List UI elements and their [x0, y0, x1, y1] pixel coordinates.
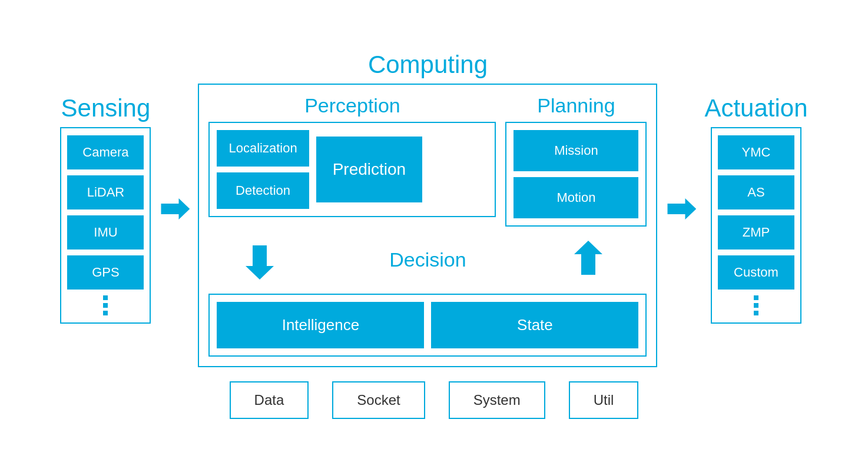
bottom-socket: Socket — [332, 381, 425, 419]
perception-left: Localization Detection — [217, 130, 309, 209]
sensing-column: Camera LiDAR IMU GPS — [60, 127, 151, 324]
dot-1 — [103, 295, 108, 300]
sensor-imu: IMU — [67, 215, 144, 250]
state-box: State — [431, 302, 638, 348]
sensor-lidar: LiDAR — [67, 175, 144, 209]
svg-marker-0 — [161, 198, 190, 219]
computing-section: Computing Perception Localization Detect… — [198, 51, 657, 367]
actuator-ymc: YMC — [718, 135, 794, 169]
localization-box: Localization — [217, 130, 309, 167]
arrow-down-area — [208, 240, 318, 281]
sensor-camera: Camera — [67, 135, 144, 169]
actuator-custom: Custom — [718, 255, 794, 290]
svg-marker-2 — [574, 241, 602, 275]
main-row: Sensing Camera LiDAR IMU GPS Computing — [0, 51, 868, 367]
actuation-title: Actuation — [704, 94, 807, 122]
actuator-as: AS — [718, 175, 794, 209]
planning-title: Planning — [537, 94, 615, 117]
diagram: Sensing Camera LiDAR IMU GPS Computing — [0, 0, 868, 469]
dot-a3 — [754, 311, 758, 315]
svg-marker-1 — [246, 245, 274, 280]
dot-2 — [103, 303, 108, 308]
planning-inner: Mission Motion — [505, 122, 647, 227]
dot-3 — [103, 311, 108, 315]
actuator-zmp: ZMP — [718, 215, 794, 250]
arrow-computing-actuation — [663, 191, 698, 227]
actuation-column: YMC AS ZMP Custom — [711, 127, 801, 324]
actuation-dots — [754, 295, 758, 315]
decision-label: Decision — [318, 248, 537, 271]
sensor-gps: GPS — [67, 255, 144, 290]
prediction-box: Prediction — [316, 137, 423, 202]
motion-box: Motion — [513, 177, 638, 218]
bottom-system: System — [449, 381, 545, 419]
perception-inner: Localization Detection Prediction — [208, 122, 496, 217]
perception-title: Perception — [304, 94, 400, 117]
sensing-title: Sensing — [61, 94, 151, 122]
sensing-section: Sensing Camera LiDAR IMU GPS — [60, 94, 151, 324]
perception-planning-row: Perception Localization Detection Predic… — [208, 94, 647, 227]
intelligence-box: Intelligence — [217, 302, 424, 348]
bottom-data: Data — [230, 381, 309, 419]
perception-section: Perception Localization Detection Predic… — [208, 94, 496, 217]
mid-arrows-row: Decision — [208, 236, 647, 284]
planning-section: Planning Mission Motion — [505, 94, 647, 227]
computing-title: Computing — [368, 51, 488, 79]
dot-a1 — [754, 295, 758, 300]
sensing-dots — [103, 295, 108, 315]
actuation-section: Actuation YMC AS ZMP Custom — [704, 94, 807, 324]
computing-box: Perception Localization Detection Predic… — [198, 84, 657, 367]
arrow-sensing-computing — [157, 191, 192, 227]
detection-box: Detection — [217, 172, 309, 209]
bottom-util: Util — [569, 381, 639, 419]
arrow-up-area — [537, 240, 647, 281]
dot-a2 — [754, 303, 758, 308]
mission-box: Mission — [513, 130, 638, 171]
decision-inner: Intelligence State — [208, 294, 647, 357]
bottom-row: Data Socket System Util — [230, 381, 639, 419]
svg-marker-3 — [668, 198, 697, 219]
